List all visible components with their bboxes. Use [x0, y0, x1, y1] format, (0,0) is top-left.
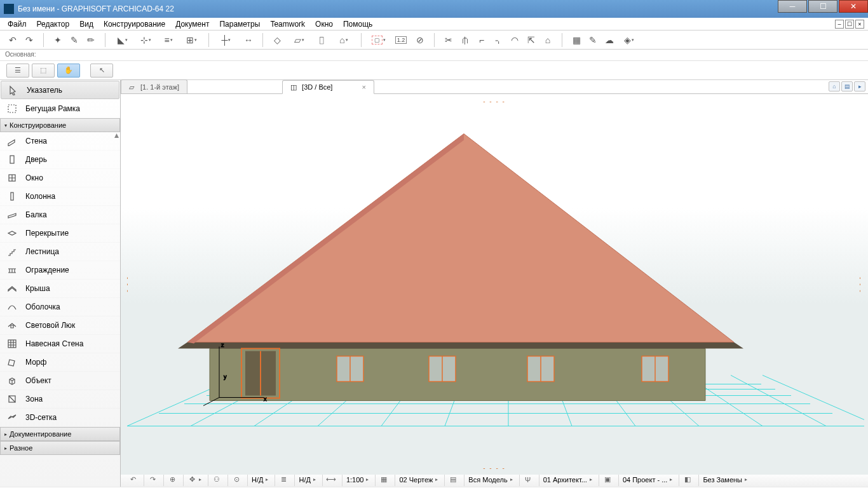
join-tool[interactable]: ⫛: [458, 32, 473, 48]
tool-roof[interactable]: Крыша: [0, 280, 120, 298]
wall-icon: [6, 135, 18, 147]
doc-max-button[interactable]: ☐: [845, 20, 854, 29]
sb-arch-icon[interactable]: Ψ: [519, 473, 536, 486]
suspend-button[interactable]: ⊘: [412, 32, 428, 48]
tool-slab[interactable]: Перекрытие: [0, 224, 120, 243]
tool-railing[interactable]: Ограждение: [0, 261, 120, 280]
menu-help[interactable]: Помощь: [338, 18, 377, 30]
sb-rep-icon[interactable]: ◧: [679, 473, 696, 486]
sb-person[interactable]: ⚇: [208, 473, 225, 486]
redo-button[interactable]: ↷: [22, 32, 37, 48]
mode-arrow[interactable]: ↖: [90, 64, 113, 78]
sb-grid-icon[interactable]: ▦: [375, 473, 392, 486]
sel-mode[interactable]: ▢▾: [368, 32, 390, 48]
menu-teamwork[interactable]: Teamwork: [265, 18, 310, 30]
cut-tool[interactable]: ✂: [441, 32, 456, 48]
brush-button[interactable]: ✏: [83, 32, 98, 48]
tool-zone[interactable]: Зона: [0, 390, 120, 409]
sb-model[interactable]: Вся Модель▸: [464, 473, 516, 486]
tool-stair[interactable]: Лестница: [0, 243, 120, 261]
nav-tree[interactable]: ▤: [841, 81, 853, 92]
nav-more[interactable]: ▸: [854, 81, 865, 92]
sb-redo[interactable]: ↷: [144, 473, 161, 486]
menu-document[interactable]: Документ: [170, 18, 214, 30]
grid-tool[interactable]: ⊞▾: [180, 32, 202, 48]
wand-button[interactable]: ✎: [67, 32, 82, 48]
tool-object[interactable]: Объект: [0, 372, 120, 390]
sb-model-icon[interactable]: ▤: [444, 473, 461, 486]
sb-layer[interactable]: 02 Чертеж▸: [395, 473, 442, 486]
section-document[interactable]: ▸ Документирование: [0, 427, 120, 441]
mode-select[interactable]: ⬚: [32, 64, 55, 78]
tool-morph[interactable]: Морф: [0, 353, 120, 372]
sb-proj-icon[interactable]: ▣: [599, 473, 616, 486]
tool-column[interactable]: Колонна: [0, 187, 120, 206]
tool-curtainwall[interactable]: Навесная Стена: [0, 335, 120, 353]
tab-3d[interactable]: ◫ [3D / Все] ×: [282, 80, 374, 94]
sb-scale-icon[interactable]: ⟷: [322, 473, 339, 486]
mode-plan[interactable]: ☰: [6, 64, 29, 78]
menu-view[interactable]: Вид: [74, 18, 98, 30]
wall-button[interactable]: ⌷: [314, 32, 329, 48]
sb-na2[interactable]: Н/Д▸: [294, 473, 319, 486]
sb-fit[interactable]: ⊙: [227, 473, 245, 486]
sb-arch[interactable]: 01 Архитект...▸: [539, 473, 596, 486]
tool-door[interactable]: Дверь: [0, 151, 120, 169]
menu-window[interactable]: Окно: [310, 18, 338, 30]
section-design[interactable]: ▾ Конструирование: [0, 118, 120, 132]
tool-pointer[interactable]: Указатель: [1, 81, 119, 99]
sb-layers-icon[interactable]: ≣: [275, 473, 292, 486]
save-cloud[interactable]: ☁: [602, 32, 617, 48]
doc-close-button[interactable]: ×: [855, 20, 864, 29]
sb-scale[interactable]: 1:100▸: [342, 473, 373, 486]
menu-file[interactable]: Файл: [3, 18, 32, 30]
tool-wall[interactable]: Стена: [0, 132, 120, 151]
plane-button[interactable]: ◇: [269, 32, 285, 48]
nav-home[interactable]: ⌂: [829, 81, 840, 92]
sb-pan[interactable]: ✥▸: [183, 473, 205, 486]
fillet-tool[interactable]: ⌐: [474, 32, 489, 48]
doc-min-button[interactable]: –: [835, 20, 844, 29]
arc-tool[interactable]: ◠: [507, 32, 522, 48]
sb-undo[interactable]: ↶: [125, 473, 141, 486]
3d-viewport[interactable]: - - - - - - - - - -: [121, 94, 868, 475]
tool-window[interactable]: Окно: [0, 169, 120, 187]
extend-tool[interactable]: ⇱: [524, 32, 539, 48]
ruler-button[interactable]: ↔: [241, 32, 256, 48]
3d-scene: z x y: [121, 94, 868, 475]
maximize-button[interactable]: ☐: [808, 0, 837, 13]
menu-options[interactable]: Параметры: [214, 18, 265, 30]
tool-shell[interactable]: Оболочка: [0, 298, 120, 316]
setting-2[interactable]: ✎: [585, 32, 600, 48]
info-bar: Основная:: [0, 50, 868, 61]
tool-skylight[interactable]: Световой Люк: [0, 316, 120, 335]
sb-na1[interactable]: Н/Д▸: [247, 473, 272, 486]
mode-orbit[interactable]: ✋: [57, 64, 80, 78]
chamfer-tool[interactable]: ⌍: [491, 32, 506, 48]
tool-beam[interactable]: Балка: [0, 206, 120, 224]
angle-tool[interactable]: ◣▾: [112, 32, 133, 48]
sb-replace[interactable]: Без Замены▸: [698, 473, 751, 486]
tool-marquee[interactable]: Бегущая Рамка: [0, 100, 120, 118]
dimension-button[interactable]: 1.2: [393, 32, 409, 48]
snap-tool[interactable]: ⊹▾: [135, 32, 156, 48]
guide-tool[interactable]: ≡▾: [158, 32, 179, 48]
tab-floorplan[interactable]: ▱ [1. 1-й этаж]: [121, 79, 187, 93]
grid-snap[interactable]: ┼▾: [215, 32, 237, 48]
home-button[interactable]: ⌂▾: [333, 32, 355, 48]
home-icon[interactable]: ⌂: [540, 32, 555, 48]
sb-zoom[interactable]: ⊕: [163, 473, 180, 486]
tool-mesh[interactable]: 3D-сетка: [0, 409, 120, 427]
close-button[interactable]: ✕: [839, 0, 868, 13]
menu-editor[interactable]: Редактор: [32, 18, 75, 30]
setting-1[interactable]: ▦: [569, 32, 584, 48]
sb-project[interactable]: 04 Проект - ...▸: [618, 473, 676, 486]
minimize-button[interactable]: ─: [778, 0, 807, 13]
undo-button[interactable]: ↶: [5, 32, 20, 48]
menu-design[interactable]: Конструирование: [98, 18, 170, 30]
layer-button[interactable]: ▱▾: [288, 32, 310, 48]
pick-button[interactable]: ✦: [50, 32, 65, 48]
tab-close-button[interactable]: ×: [362, 83, 365, 91]
tag-tool[interactable]: ◈▾: [618, 32, 640, 48]
section-more[interactable]: ▸ Разное: [0, 441, 120, 455]
